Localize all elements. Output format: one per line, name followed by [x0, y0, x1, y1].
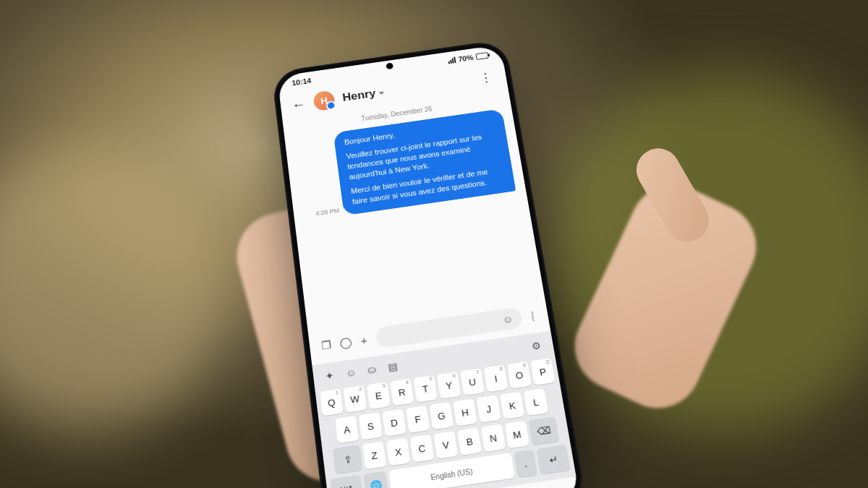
key-o[interactable]: 9O [507, 361, 532, 389]
emoji-toolbar-icon[interactable]: ☺ [345, 367, 357, 380]
key-n[interactable]: N [481, 424, 506, 453]
enter-key[interactable]: ↵ [536, 445, 570, 474]
camera-icon[interactable]: ◯ [339, 335, 352, 350]
key-s[interactable]: S [359, 412, 383, 440]
chevron-down-icon: ⏷ [378, 89, 386, 97]
symbols-key[interactable]: !#1 [331, 475, 364, 488]
phone-screen: 10:14 70% ← H Henry [277, 45, 580, 488]
key-k[interactable]: K [500, 392, 524, 419]
key-y[interactable]: 6Y [437, 372, 461, 399]
clipboard-icon[interactable]: ▤ [388, 360, 399, 373]
battery-percent: 70% [458, 53, 474, 63]
key-w[interactable]: 2W [343, 385, 367, 413]
key-e[interactable]: 3E [367, 382, 391, 409]
phone-frame: 10:14 70% ← H Henry [271, 39, 587, 488]
contact-name: Henry [341, 87, 376, 105]
signal-icon [448, 56, 456, 64]
key-x[interactable]: X [386, 438, 411, 466]
status-time: 10:14 [292, 77, 312, 87]
more-options-button[interactable]: ⋮ [476, 69, 496, 85]
key-p[interactable]: 0P [530, 358, 555, 385]
emoji-icon[interactable]: ☺ [501, 313, 514, 325]
key-t[interactable]: 5T [414, 375, 438, 403]
contact-avatar[interactable]: H [312, 90, 336, 111]
back-button[interactable]: ← [291, 96, 306, 113]
key-g[interactable]: G [430, 402, 454, 429]
key-a[interactable]: A [335, 416, 359, 443]
active-indicator-icon [326, 100, 336, 111]
battery-icon [475, 52, 488, 60]
message-timestamp: 4:29 PM [315, 207, 340, 219]
key-i[interactable]: 8I [484, 365, 509, 393]
key-v[interactable]: V [433, 431, 458, 459]
key-h[interactable]: H [453, 398, 477, 426]
key-c[interactable]: C [410, 435, 435, 463]
voice-input-icon[interactable]: ⦚ [529, 309, 537, 322]
gallery-icon[interactable]: ❐ [320, 338, 331, 352]
shift-key[interactable]: ⇧ [333, 445, 362, 474]
key-b[interactable]: B [457, 427, 482, 455]
key-l[interactable]: L [524, 388, 548, 416]
settings-icon[interactable]: ⚙ [531, 340, 542, 352]
key-r[interactable]: 4R [390, 379, 414, 406]
key-u[interactable]: 7U [460, 368, 485, 395]
key-z[interactable]: Z [362, 441, 386, 469]
key-m[interactable]: M [505, 421, 529, 449]
key-d[interactable]: D [382, 409, 406, 437]
key-j[interactable]: J [477, 395, 501, 423]
key-f[interactable]: F [406, 406, 430, 433]
key-q[interactable]: 1Q [320, 389, 344, 416]
backspace-key[interactable]: ⌫ [528, 416, 559, 445]
add-icon[interactable]: + [360, 333, 368, 346]
period-key[interactable]: . [514, 450, 537, 478]
ai-icon[interactable]: ✦ [325, 369, 335, 382]
translate-icon[interactable]: ⛀ [367, 364, 377, 376]
conversation-area[interactable]: Tuesday, December 26 4:29 PM Bonjour Hen… [283, 92, 545, 330]
sent-message-bubble[interactable]: Bonjour Henry, Veuillez trouver ci-joint… [333, 108, 516, 215]
language-key[interactable]: 🌐 [363, 471, 389, 488]
